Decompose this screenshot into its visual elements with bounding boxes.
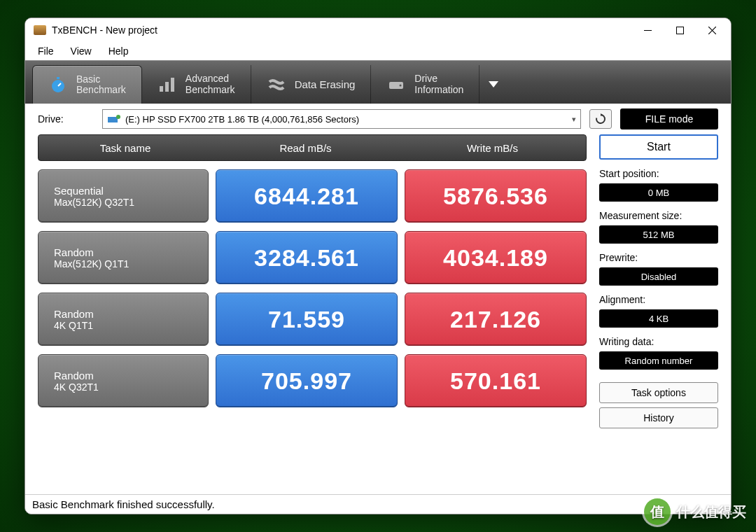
- disk-icon: [107, 114, 121, 124]
- task-cell[interactable]: Random Max(512K) Q1T1: [38, 231, 209, 284]
- task-params: Max(512K) Q1T1: [54, 258, 129, 270]
- drive-icon: [386, 75, 406, 94]
- prewrite-label: Prewrite:: [599, 252, 718, 263]
- svg-rect-1: [676, 27, 683, 34]
- refresh-icon: [595, 113, 606, 125]
- tab-label: Basic: [76, 74, 126, 85]
- menu-view[interactable]: View: [64, 44, 99, 58]
- chevron-down-icon: [489, 81, 498, 88]
- drive-bar: Drive: (E:) HP SSD FX700 2TB 1.86 TB (4,…: [25, 104, 731, 134]
- alignment-value[interactable]: 4 KB: [599, 309, 718, 328]
- task-name: Random: [54, 370, 94, 382]
- content-area: Task name Read mB/s Write mB/s Sequentia…: [25, 134, 731, 494]
- read-value: 705.997: [216, 354, 398, 407]
- read-value: 3284.561: [216, 231, 398, 284]
- task-params: 4K Q1T1: [54, 320, 93, 331]
- erase-icon: [267, 75, 286, 94]
- tab-label: Advanced: [186, 74, 235, 84]
- chevron-down-icon: ▾: [572, 115, 576, 124]
- maximize-button[interactable]: [664, 20, 696, 41]
- result-row: Random 4K Q1T1 71.559 217.126: [38, 293, 587, 346]
- svg-rect-7: [160, 86, 163, 92]
- close-icon: [708, 27, 716, 34]
- tab-label: Information: [414, 85, 463, 95]
- svg-marker-12: [489, 81, 498, 88]
- write-value: 570.161: [405, 354, 587, 407]
- tab-advanced-benchmark[interactable]: AdvancedBenchmark: [142, 65, 251, 104]
- task-cell[interactable]: Sequential Max(512K) Q32T1: [38, 169, 209, 223]
- minimize-icon: [644, 27, 652, 34]
- side-panel: Start Start position: 0 MB Measurement s…: [599, 134, 718, 489]
- writing-data-value[interactable]: Random number: [599, 351, 718, 370]
- write-value: 5876.536: [405, 169, 587, 223]
- watermark: 值 什么值得买: [644, 498, 746, 525]
- start-position-value[interactable]: 0 MB: [599, 183, 718, 202]
- write-value: 217.126: [405, 293, 587, 346]
- read-value: 71.559: [216, 293, 398, 346]
- write-value: 4034.189: [405, 231, 587, 284]
- svg-rect-13: [108, 117, 118, 122]
- watermark-text: 什么值得买: [676, 503, 746, 522]
- history-button[interactable]: History: [599, 407, 718, 428]
- prewrite-value[interactable]: Disabled: [599, 267, 718, 286]
- results-header: Task name Read mB/s Write mB/s: [38, 134, 587, 161]
- drive-label: Drive:: [38, 113, 94, 125]
- statusbar: Basic Benchmark finished successfully.: [25, 494, 731, 514]
- tab-label: Drive: [414, 74, 463, 84]
- svg-rect-8: [165, 82, 169, 92]
- tab-basic-benchmark[interactable]: BasicBenchmark: [32, 65, 142, 104]
- result-row: Sequential Max(512K) Q32T1 6844.281 5876…: [38, 169, 587, 223]
- maximize-icon: [676, 27, 684, 34]
- start-position-label: Start position:: [599, 168, 718, 179]
- tabbar: BasicBenchmark AdvancedBenchmark Data Er…: [25, 60, 731, 104]
- task-name: Random: [54, 246, 94, 258]
- task-cell[interactable]: Random 4K Q1T1: [38, 293, 209, 346]
- titlebar: TxBENCH - New project: [25, 18, 731, 42]
- task-params: Max(512K) Q32T1: [54, 197, 134, 208]
- svg-rect-5: [57, 77, 59, 79]
- status-text: Basic Benchmark finished successfully.: [32, 498, 215, 510]
- file-mode-button[interactable]: FILE mode: [620, 108, 718, 130]
- task-params: 4K Q32T1: [54, 382, 99, 393]
- tab-drive-information[interactable]: DriveInformation: [371, 65, 479, 104]
- tab-label: Benchmark: [186, 85, 235, 95]
- drive-selected-text: (E:) HP SSD FX700 2TB 1.86 TB (4,000,761…: [125, 114, 359, 125]
- refresh-button[interactable]: [589, 109, 612, 129]
- app-window: TxBENCH - New project File View Help Bas…: [24, 18, 732, 514]
- svg-point-11: [400, 84, 402, 86]
- col-write: Write mB/s: [399, 142, 586, 154]
- result-row: Random Max(512K) Q1T1 3284.561 4034.189: [38, 231, 587, 284]
- result-row: Random 4K Q32T1 705.997 570.161: [38, 354, 587, 407]
- tab-data-erasing[interactable]: Data Erasing: [251, 65, 372, 104]
- window-title: TxBENCH - New project: [52, 24, 631, 36]
- results-panel: Task name Read mB/s Write mB/s Sequentia…: [38, 134, 587, 489]
- app-icon: [34, 25, 46, 35]
- read-value: 6844.281: [216, 169, 398, 223]
- tab-overflow-button[interactable]: [479, 65, 507, 104]
- menu-file[interactable]: File: [31, 44, 61, 58]
- drive-select[interactable]: (E:) HP SSD FX700 2TB 1.86 TB (4,000,761…: [102, 109, 581, 129]
- minimize-button[interactable]: [631, 20, 664, 41]
- task-options-button[interactable]: Task options: [599, 382, 718, 403]
- writing-data-label: Writing data:: [599, 336, 718, 347]
- stopwatch-icon: [48, 75, 68, 94]
- col-task: Task name: [38, 142, 212, 154]
- task-cell[interactable]: Random 4K Q32T1: [38, 354, 209, 407]
- start-button[interactable]: Start: [599, 134, 718, 160]
- menu-help[interactable]: Help: [102, 44, 136, 58]
- close-button[interactable]: [696, 20, 728, 41]
- measurement-size-value[interactable]: 512 MB: [599, 225, 718, 244]
- svg-rect-9: [171, 78, 174, 92]
- menubar: File View Help: [25, 42, 731, 60]
- tab-label: Data Erasing: [295, 78, 356, 90]
- bars-icon: [158, 75, 177, 94]
- task-name: Sequential: [54, 185, 104, 197]
- svg-point-14: [116, 115, 120, 119]
- watermark-icon: 值: [644, 498, 671, 525]
- col-read: Read mB/s: [212, 142, 399, 154]
- task-name: Random: [54, 308, 94, 320]
- tab-label: Benchmark: [76, 85, 126, 95]
- alignment-label: Alignment:: [599, 294, 718, 305]
- measurement-size-label: Measurement size:: [599, 210, 718, 221]
